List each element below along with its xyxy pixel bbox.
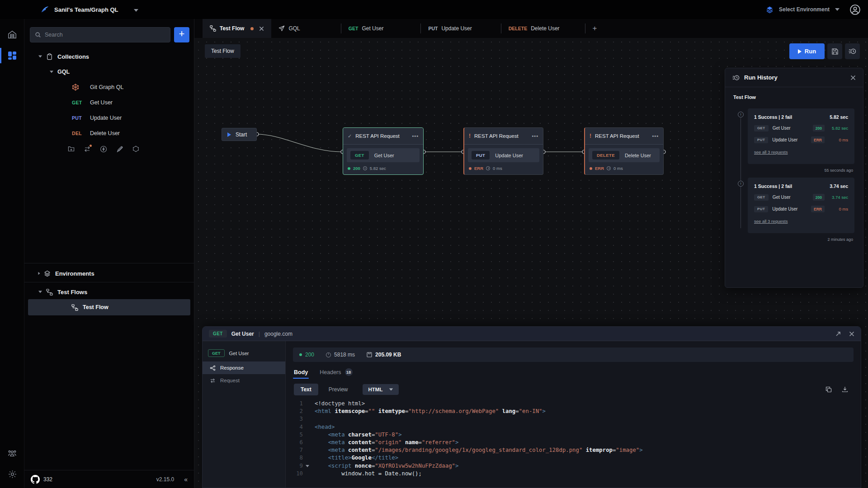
edit-pen-icon[interactable] (116, 145, 123, 153)
bolt-icon[interactable] (100, 145, 107, 153)
clipboard-icon (46, 53, 53, 60)
view-preview-button[interactable]: Preview (322, 384, 355, 395)
format-select[interactable]: HTML (363, 384, 399, 395)
check-icon: ✓ (348, 133, 352, 139)
sidebar-item-update-user[interactable]: PUT Update User (24, 110, 194, 126)
request-name: Get User (231, 331, 254, 337)
flow-icon (71, 304, 78, 311)
flow-node-get-user[interactable]: ✓ REST API Request ••• GET Get User 200 … (343, 127, 424, 175)
history-request-row: GET Get User 200 3.74 sec (754, 194, 848, 201)
search-box[interactable] (30, 27, 170, 42)
test-flows-header[interactable]: Test Flows (24, 284, 194, 300)
app-logo-icon (40, 5, 50, 14)
node-request-row[interactable]: PUT Update User (468, 148, 539, 162)
response-tabs: Body Headers 18 (286, 362, 861, 379)
timeline-marker-icon: ! (738, 112, 744, 117)
flow-canvas[interactable]: Test Flow Run (194, 38, 868, 488)
node-menu-icon[interactable]: ••• (412, 133, 419, 139)
workspace-caret-icon[interactable] (134, 9, 138, 12)
tab-bar: Test Flow GQL GET Get User PUT Update Us… (194, 19, 868, 38)
response-panel-sidebar: GET Get User Response Request (203, 341, 286, 488)
request-host: google.com (264, 331, 292, 337)
fold-caret-icon[interactable] (306, 465, 309, 467)
node-request-row[interactable]: DELETE Delete User (589, 148, 660, 162)
sidebar-item-git-graph-ql[interactable]: Git Graph QL (24, 80, 194, 95)
code-line: 8 <title>Google</title> (286, 454, 861, 462)
run-button[interactable]: Run (789, 43, 825, 59)
expand-panel-icon[interactable] (835, 331, 841, 337)
collapse-sidebar-button[interactable]: « (184, 476, 188, 483)
search-icon (35, 32, 41, 38)
environments-caret-icon[interactable] (38, 272, 40, 275)
clock-icon (326, 352, 331, 357)
history-entry[interactable]: 1 Success | 2 fail 3.74 sec GET Get User… (748, 178, 854, 233)
request-icon (210, 378, 216, 384)
tab-get-user[interactable]: GET Get User (341, 19, 391, 38)
history-flow-name: Test Flow (725, 87, 863, 102)
save-flow-button[interactable] (827, 43, 842, 59)
response-panel: GET Get User | google.com GET (202, 326, 861, 488)
sidebar-item-get-user[interactable]: GET Get User (24, 95, 194, 110)
collections-header[interactable]: Collections (24, 49, 194, 64)
tab-body[interactable]: Body (294, 369, 308, 379)
panel-item-request[interactable]: Request (203, 374, 285, 387)
environment-caret-icon[interactable] (835, 8, 840, 11)
error-icon: ! (590, 133, 591, 139)
clock-icon (363, 166, 367, 170)
environments-header[interactable]: Environments (24, 265, 194, 282)
tab-headers[interactable]: Headers 18 (320, 368, 352, 379)
search-input[interactable] (45, 32, 165, 38)
unsaved-dot-icon (250, 27, 254, 30)
collections-caret-icon[interactable] (38, 56, 42, 58)
start-node[interactable]: Start (222, 128, 257, 141)
view-text-button[interactable]: Text (294, 384, 318, 395)
close-panel-icon[interactable] (849, 331, 854, 337)
github-icon[interactable] (31, 475, 40, 484)
add-folder-icon[interactable] (68, 145, 75, 153)
close-history-icon[interactable] (850, 75, 856, 80)
tab-gql[interactable]: GQL (271, 19, 307, 38)
layers-icon (44, 270, 51, 277)
status-dot-icon (590, 167, 592, 170)
select-environment-label[interactable]: Select Environment (779, 6, 830, 13)
code-line: 5 <meta charset="UTF-8"> (286, 431, 861, 439)
settings-gear-icon[interactable] (0, 464, 24, 484)
run-duration: 5.82 sec (830, 114, 848, 120)
status-dot-icon (299, 353, 302, 356)
flow-node-delete-user[interactable]: ! REST API Request ••• DELETE Delete Use… (584, 127, 664, 175)
run-history-button[interactable] (845, 43, 860, 59)
new-tab-button[interactable]: + (585, 19, 604, 38)
collections-grid-icon[interactable] (0, 45, 24, 66)
see-all-requests-link[interactable]: see all 3 requests (754, 219, 788, 224)
response-code-viewer[interactable]: 1<!doctype html>2<html itemscope="" item… (286, 400, 861, 488)
import-icon[interactable] (84, 145, 91, 153)
sidebar-item-test-flow[interactable]: Test Flow (28, 299, 190, 315)
run-timestamp: 55 seconds ago (824, 168, 853, 173)
copy-icon[interactable] (826, 386, 832, 393)
download-icon[interactable] (842, 386, 848, 393)
flow-node-update-user[interactable]: ! REST API Request ••• PUT Update User E… (463, 127, 543, 175)
folder-caret-icon[interactable] (50, 71, 53, 73)
close-tab-icon[interactable] (259, 26, 264, 31)
history-entry[interactable]: 1 Success | 2 fail 5.82 sec GET Get User… (748, 108, 854, 164)
add-button[interactable]: + (174, 27, 189, 42)
node-request-row[interactable]: GET Get User (347, 148, 420, 162)
community-icon[interactable] (0, 443, 24, 464)
graphql-gray-icon[interactable] (132, 145, 139, 153)
tab-test-flow[interactable]: Test Flow (203, 19, 271, 38)
tab-delete-user[interactable]: DELETE Delete User (501, 19, 567, 38)
home-icon[interactable] (0, 24, 24, 45)
line-number: 4 (286, 423, 307, 431)
folder-gql[interactable]: GQL (24, 64, 194, 80)
node-menu-icon[interactable]: ••• (652, 133, 659, 139)
node-menu-icon[interactable]: ••• (532, 133, 538, 139)
test-flows-caret-icon[interactable] (38, 291, 42, 293)
panel-request-item[interactable]: GET Get User (203, 346, 285, 361)
panel-item-response[interactable]: Response (203, 361, 285, 374)
see-all-requests-link[interactable]: see all 3 requests (754, 150, 788, 155)
github-star-count[interactable]: 332 (43, 476, 52, 483)
workspace-title[interactable]: Sanil's Team/Graph QL (54, 6, 118, 13)
tab-update-user[interactable]: PUT Update User (421, 19, 479, 38)
sidebar-item-delete-user[interactable]: DEL Delete User (24, 126, 194, 141)
user-avatar[interactable] (849, 4, 861, 15)
